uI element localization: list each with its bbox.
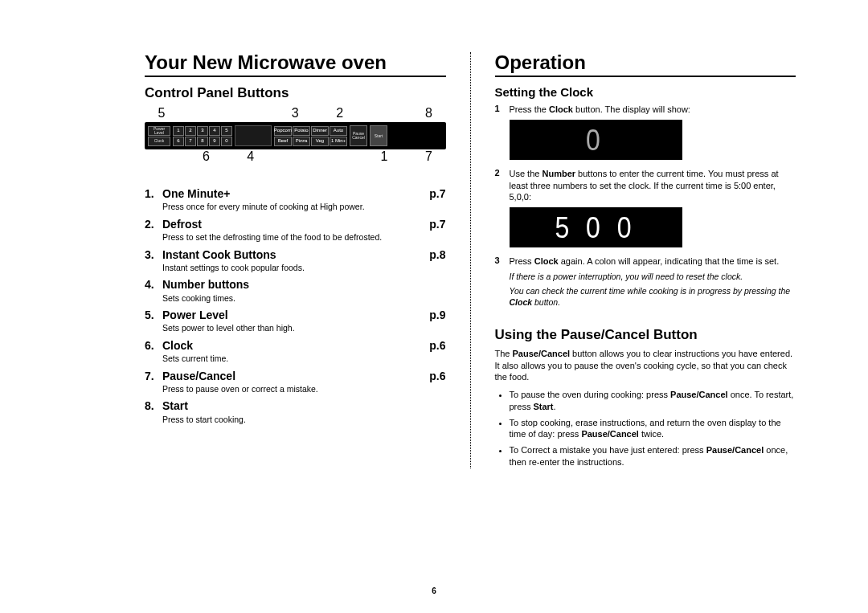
feature-item: 4.Number buttonsSets cooking times. [145, 277, 446, 303]
feature-item: 1.One Minute+p.7Press once for every min… [145, 186, 446, 212]
feature-name: One Minute+ [162, 186, 419, 201]
callouts-bottom: 6417 [145, 149, 446, 166]
lcd-value: 5 0 0 [555, 210, 636, 245]
feature-item: 5.Power Levelp.9Sets power to level othe… [145, 308, 446, 333]
feature-page: p.6 [419, 369, 446, 383]
feature-name: Clock [162, 338, 419, 353]
feature-number: 3. [145, 247, 162, 262]
callout-number [331, 149, 349, 164]
power-level-button: Power Level [148, 126, 170, 136]
one-minute-button: 1 Min+ [330, 137, 347, 146]
panel-left-stack: Power Level Clock [148, 126, 170, 146]
number-key: 2 [185, 126, 196, 136]
number-key: 7 [185, 137, 196, 146]
feature-desc: Instant settings to cook popular foods. [162, 263, 446, 273]
callout-number: 7 [420, 149, 437, 164]
subtitle-control-panel: Control Panel Buttons [145, 85, 446, 101]
feature-desc: Sets power to level other than high. [162, 323, 446, 333]
instant-cook-button: Dinner [311, 126, 329, 136]
number-key: 0 [221, 137, 232, 146]
feature-name: Start [162, 398, 419, 413]
callout-number [375, 106, 393, 121]
number-key: 8 [197, 137, 208, 146]
clock-button: Clock [148, 137, 170, 146]
start-button: Start [370, 125, 387, 146]
callout-number [242, 106, 260, 121]
feature-number: 8. [145, 398, 162, 413]
lcd-display-1: 0 [510, 120, 682, 160]
feature-number: 6. [145, 338, 162, 353]
callout-number: 8 [420, 106, 437, 121]
feature-name: Instant Cook Buttons [162, 247, 419, 262]
feature-page [419, 277, 446, 292]
number-key: 4 [209, 126, 220, 136]
feature-page: p.9 [419, 308, 446, 322]
instant-cook-button: Potato [293, 126, 310, 136]
instant-cook-button: Auto [330, 126, 347, 136]
manual-page: Your New Microwave oven Control Panel Bu… [0, 0, 868, 613]
feature-page [419, 398, 446, 413]
feature-list: 1.One Minute+p.7Press once for every min… [145, 186, 446, 424]
callout-number: 2 [331, 106, 349, 121]
feature-desc: Press once for every minute of cooking a… [162, 202, 446, 212]
bullet-item: To Correct a mistake you have just enter… [510, 444, 796, 468]
callout-number [197, 106, 215, 121]
section-title-right: Operation [495, 51, 796, 74]
feature-page: p.7 [419, 217, 446, 231]
rule [495, 76, 796, 77]
bullet-item: To stop cooking, erase instructions, and… [510, 417, 796, 440]
number-key: 5 [221, 126, 232, 136]
instant-cook-button: Beef [274, 137, 292, 146]
control-panel-graphic: Power Level Clock 12345 67890 Popcorn Po… [145, 122, 446, 149]
step-text: Press the Clock button. The display will… [510, 104, 796, 115]
feature-item: 8.StartPress to start cooking. [145, 398, 446, 424]
callouts-top: 5328 [145, 106, 446, 122]
subtitle-setting-clock: Setting the Clock [495, 85, 796, 99]
step-number: 1 [495, 104, 510, 115]
number-key: 6 [173, 137, 184, 146]
number-key: 1 [173, 126, 184, 136]
step-text: Use the Number buttons to enter the curr… [510, 168, 796, 202]
subtitle-pause-cancel: Using the Pause/Cancel Button [495, 327, 796, 343]
bullet-item: To pause the oven during cooking: press … [510, 389, 796, 412]
instant-cook-button: Pizza [293, 137, 310, 146]
number-key: 3 [197, 126, 208, 136]
control-panel-diagram: 5328 Power Level Clock 12345 67890 Popco… [145, 106, 446, 166]
pause-cancel-intro: The Pause/Cancel button allows you to cl… [495, 348, 796, 382]
feature-number: 1. [145, 186, 162, 201]
note-check-time: You can check the current time while coo… [510, 286, 796, 308]
feature-item: 3.Instant Cook Buttonsp.8Instant setting… [145, 247, 446, 273]
callout-number: 3 [286, 106, 304, 121]
feature-desc: Sets cooking times. [162, 293, 446, 304]
step-2: 2 Use the Number buttons to enter the cu… [495, 168, 796, 202]
display-window [235, 125, 272, 146]
feature-desc: Press to set the defrosting time of the … [162, 232, 446, 243]
instant-cook-button: Veg [311, 137, 329, 146]
right-column: Operation Setting the Clock 1 Press the … [495, 48, 796, 472]
feature-name: Number buttons [162, 277, 419, 292]
step-number: 3 [495, 255, 510, 267]
number-key: 9 [209, 137, 220, 146]
callout-number: 4 [242, 149, 260, 164]
section-title-left: Your New Microwave oven [145, 51, 446, 74]
feature-number: 2. [145, 217, 162, 231]
pause-cancel-button: PauseCancel [350, 125, 367, 146]
page-number: 6 [0, 586, 868, 595]
step-3: 3 Press Clock again. A colon will appear… [495, 255, 796, 267]
feature-number: 7. [145, 369, 162, 383]
feature-number: 4. [145, 277, 162, 292]
left-column: Your New Microwave oven Control Panel Bu… [145, 48, 446, 472]
rule [145, 76, 446, 77]
callout-number: 5 [153, 106, 170, 121]
step-1: 1 Press the Clock button. The display wi… [495, 104, 796, 115]
feature-name: Defrost [162, 217, 419, 231]
note-power-interruption: If there is a power interruption, you wi… [510, 272, 796, 283]
step-number: 2 [495, 168, 510, 202]
feature-desc: Press to start cooking. [162, 415, 446, 425]
feature-page: p.7 [419, 186, 446, 201]
lcd-display-2: 5 0 0 [510, 207, 682, 247]
callout-number: 1 [375, 149, 393, 164]
column-divider [470, 52, 471, 468]
pause-cancel-bullets: To pause the oven during cooking: press … [495, 389, 796, 468]
feature-item: 6.Clockp.6Sets current time. [145, 338, 446, 364]
